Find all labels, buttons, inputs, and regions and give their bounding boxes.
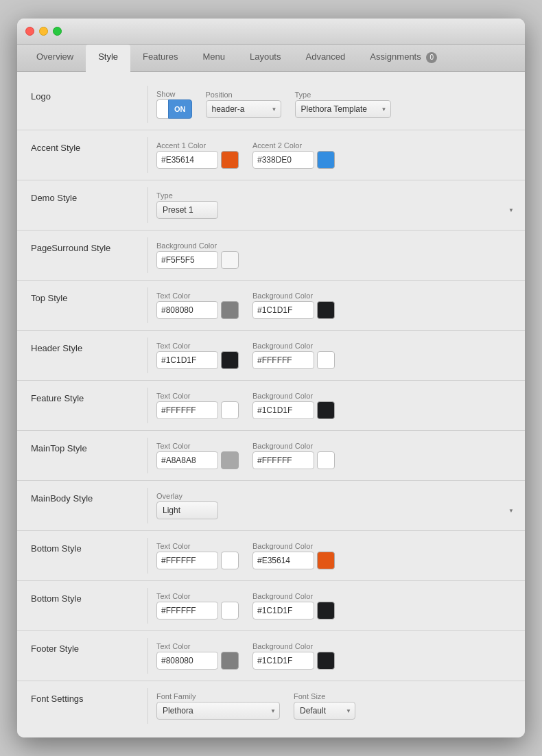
bottom2-bg-input[interactable] <box>252 602 314 619</box>
header-bg-swatch[interactable] <box>317 351 335 369</box>
accent1-label: Accent 1 Color <box>156 141 239 150</box>
bottom1-bg-swatch[interactable] <box>317 552 335 569</box>
tab-advanced[interactable]: Advanced <box>293 45 357 71</box>
close-button[interactable] <box>25 27 34 36</box>
bottom1-bg-input[interactable] <box>252 552 314 569</box>
feature-bg-color-field <box>252 401 335 419</box>
header-bg-color-field <box>252 351 335 369</box>
accent1-group: Accent 1 Color <box>156 141 239 169</box>
position-group: Position header-a <box>206 91 281 118</box>
bottom2-control-row: Text Color Background Color <box>156 592 518 619</box>
toggle-off <box>156 99 168 119</box>
header-text-swatch[interactable] <box>221 351 239 369</box>
tab-features[interactable]: Features <box>130 45 190 71</box>
tab-menu[interactable]: Menu <box>190 45 237 71</box>
maintop-text-group: Text Color <box>156 442 239 469</box>
maintop-text-color-field <box>156 451 239 469</box>
tab-layouts[interactable]: Layouts <box>237 45 294 71</box>
accent1-swatch[interactable] <box>221 151 239 169</box>
logo-row: Logo Show ON Position <box>17 79 525 130</box>
bottom2-text-input[interactable] <box>156 602 218 619</box>
logo-controls: Show ON Position header-a <box>156 86 525 123</box>
bottom2-bg-group: Background Color <box>252 592 335 619</box>
feature-style-row: Feature Style Text Color Background Colo… <box>17 381 525 431</box>
maintop-bg-label: Background Color <box>252 442 335 450</box>
font-size-label: Font Size <box>294 692 355 700</box>
bottom2-text-group: Text Color <box>156 592 239 619</box>
maximize-button[interactable] <box>53 27 62 36</box>
font-size-select[interactable]: Default <box>294 702 355 720</box>
bottom-style-2-row: Bottom Style Text Color Background Color <box>17 581 525 631</box>
bottom-style-1-label: Bottom Style <box>17 538 148 554</box>
feature-bg-label: Background Color <box>252 392 335 400</box>
header-text-input[interactable] <box>156 351 218 369</box>
type-select-wrapper: Plethora Template <box>295 100 391 118</box>
tab-style[interactable]: Style <box>86 45 130 72</box>
bottom2-bg-swatch[interactable] <box>317 602 335 619</box>
show-toggle[interactable]: ON <box>156 99 192 119</box>
footer-bg-input[interactable] <box>252 652 314 670</box>
bottom2-bg-color-field <box>252 602 335 619</box>
footer-text-swatch[interactable] <box>221 652 239 670</box>
top-bg-swatch[interactable] <box>317 301 335 319</box>
top-control-row: Text Color Background Color <box>156 292 518 319</box>
feature-style-controls: Text Color Background Color <box>156 388 525 423</box>
top-text-swatch[interactable] <box>221 301 239 319</box>
position-select[interactable]: header-a <box>206 100 281 118</box>
pagesurround-controls: Background Color <box>156 237 525 273</box>
overlay-select[interactable]: Light <box>156 501 218 519</box>
pagesurround-bg-swatch[interactable] <box>221 251 239 269</box>
feature-text-swatch[interactable] <box>221 401 239 419</box>
row-divider <box>148 588 148 624</box>
header-text-group: Text Color <box>156 342 239 369</box>
mainbody-style-controls: Overlay Light <box>156 488 525 523</box>
pagesurround-bg-group: Background Color <box>156 241 518 269</box>
pagesurround-bg-label: Background Color <box>156 241 518 250</box>
accent2-swatch[interactable] <box>317 151 335 169</box>
overlay-group: Overlay Light <box>156 492 518 519</box>
bottom1-bg-group: Background Color <box>252 542 335 569</box>
top-text-input[interactable] <box>156 301 218 319</box>
bottom2-bg-label: Background Color <box>252 592 335 600</box>
footer-bg-swatch[interactable] <box>317 652 335 670</box>
top-text-color-field <box>156 301 239 319</box>
font-settings-label: Font Settings <box>17 688 148 704</box>
preset-select[interactable]: Preset 1 <box>156 201 218 219</box>
maintop-control-row: Text Color Background Color <box>156 442 518 469</box>
tab-assignments[interactable]: Assignments 0 <box>357 45 449 71</box>
footer-control-row: Text Color Background Color <box>156 642 518 670</box>
header-bg-label: Background Color <box>252 342 335 350</box>
font-family-select-wrapper: Plethora <box>156 702 280 720</box>
maintop-text-input[interactable] <box>156 451 218 469</box>
footer-style-controls: Text Color Background Color <box>156 638 525 674</box>
type-select[interactable]: Plethora Template <box>295 100 391 118</box>
bottom-style-1-controls: Text Color Background Color <box>156 538 525 574</box>
bottom1-text-input[interactable] <box>156 552 218 569</box>
minimize-button[interactable] <box>39 27 48 36</box>
bottom2-text-swatch[interactable] <box>221 602 239 619</box>
accent1-input[interactable] <box>156 151 218 169</box>
top-bg-group: Background Color <box>252 292 335 319</box>
footer-style-label: Footer Style <box>17 638 148 654</box>
overlay-select-wrapper: Light <box>156 501 518 519</box>
bottom1-bg-color-field <box>252 552 335 569</box>
feature-bg-swatch[interactable] <box>317 401 335 419</box>
top-text-group: Text Color <box>156 292 239 319</box>
feature-text-input[interactable] <box>156 401 218 419</box>
top-bg-input[interactable] <box>252 301 314 319</box>
accent2-input[interactable] <box>252 151 314 169</box>
pagesurround-bg-input[interactable] <box>156 251 218 269</box>
footer-text-input[interactable] <box>156 652 218 670</box>
maintop-bg-swatch[interactable] <box>317 451 335 469</box>
tab-overview[interactable]: Overview <box>24 45 86 71</box>
feature-bg-input[interactable] <box>252 401 314 419</box>
demo-controls: Type Preset 1 <box>156 187 525 223</box>
header-bg-input[interactable] <box>252 351 314 369</box>
bottom-style-2-label: Bottom Style <box>17 588 148 604</box>
bottom1-text-swatch[interactable] <box>221 552 239 569</box>
font-family-select[interactable]: Plethora <box>156 702 280 720</box>
maintop-bg-input[interactable] <box>252 451 314 469</box>
bottom1-text-color-field <box>156 552 239 569</box>
maintop-text-swatch[interactable] <box>221 451 239 469</box>
row-divider <box>148 538 148 574</box>
